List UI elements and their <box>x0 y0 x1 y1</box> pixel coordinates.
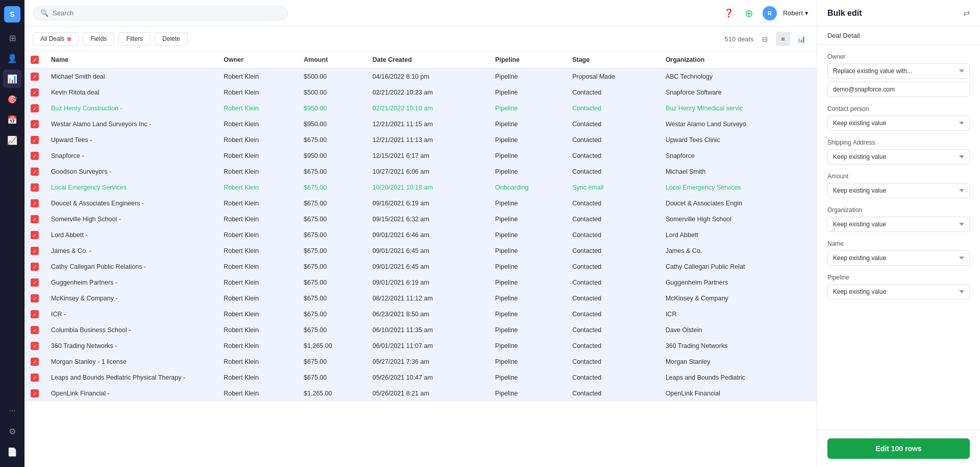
row-checkbox[interactable] <box>31 263 39 271</box>
bulk-edit-footer: Edit 100 rows <box>817 430 980 467</box>
cell-amount: $1,265.00 <box>298 338 366 354</box>
field-select-owner[interactable]: Replace existing value with... <box>827 63 970 79</box>
cell-pipeline: Pipeline <box>489 386 566 402</box>
cell-date: 05/26/2021 8:21 am <box>366 386 489 402</box>
sidebar-item-more[interactable]: ··· <box>3 402 21 420</box>
cell-name: Somerville High School - <box>45 212 217 227</box>
field-select-amount[interactable]: Keep existing value <box>827 183 970 198</box>
sidebar-item-contacts[interactable]: 👤 <box>3 49 21 67</box>
cell-name: Westar Alamo Land Surveyors Inc - <box>45 116 217 132</box>
user-name-button[interactable]: Robert ▾ <box>783 9 808 17</box>
cell-owner: Robert Klein <box>217 275 298 291</box>
sidebar-item-target[interactable]: 🎯 <box>3 90 21 108</box>
bulk-edit-toggle-icon[interactable]: ⇄ <box>963 8 970 18</box>
delete-button[interactable]: Delete <box>155 32 188 45</box>
row-checkbox[interactable] <box>31 88 39 97</box>
row-checkbox[interactable] <box>31 294 39 302</box>
table-row: Cathy Callegari Public Relations -Robert… <box>24 259 817 275</box>
cell-owner: Robert Klein <box>217 68 298 85</box>
col-header-date: Date Created <box>366 52 489 68</box>
cell-owner: Robert Klein <box>217 85 298 101</box>
deal-detail-tab[interactable]: Deal Detail <box>817 27 980 45</box>
cell-amount: $500.00 <box>298 85 366 101</box>
select-all-checkbox[interactable] <box>31 56 39 64</box>
cell-stage: Contacted <box>566 85 659 101</box>
field-select-shipping_address[interactable]: Keep existing value <box>827 149 970 165</box>
row-checkbox[interactable] <box>31 215 39 223</box>
cell-date: 10/20/2021 10:18 am <box>366 180 489 196</box>
cell-name: Michael Smith deal <box>45 68 217 85</box>
sidebar-item-settings[interactable]: ⚙ <box>3 422 21 440</box>
cell-organization: Dave Olstein <box>659 322 817 338</box>
cell-stage: Contacted <box>566 370 659 386</box>
row-checkbox[interactable] <box>31 358 39 366</box>
filters-button[interactable]: Filters <box>118 32 151 45</box>
field-select-name[interactable]: Keep existing value <box>827 250 970 266</box>
cell-amount: $675.00 <box>298 307 366 322</box>
cell-stage: Proposal Made <box>566 68 659 85</box>
sidebar-item-docs[interactable]: 📄 <box>3 442 21 461</box>
cell-organization: Somerville High School <box>659 212 817 227</box>
cell-organization: Local Emergency Services <box>659 180 817 196</box>
row-checkbox[interactable] <box>31 278 39 287</box>
cell-date: 09/15/2021 6:32 am <box>366 212 489 227</box>
field-select-contact_person[interactable]: Keep existing value <box>827 115 970 131</box>
cell-stage: Contacted <box>566 354 659 370</box>
cell-stage: Contacted <box>566 227 659 243</box>
table-row: Kevin Ritota dealRobert Klein$500.0002/2… <box>24 85 817 101</box>
cell-date: 09/01/2021 6:46 am <box>366 227 489 243</box>
row-checkbox[interactable] <box>31 152 39 160</box>
cell-name: Local Emergency Services <box>45 180 217 196</box>
col-header-name: Name <box>45 52 217 68</box>
cell-date: 05/27/2021 7:36 am <box>366 354 489 370</box>
cell-stage: Contacted <box>566 116 659 132</box>
row-checkbox[interactable] <box>31 373 39 382</box>
cell-amount: $675.00 <box>298 370 366 386</box>
chart-view-icon[interactable]: 📊 <box>794 32 808 46</box>
field-label-organization: Organization <box>827 206 970 214</box>
row-checkbox[interactable] <box>31 199 39 207</box>
field-select-pipeline[interactable]: Keep existing value <box>827 284 970 299</box>
sidebar-item-calendar[interactable]: 📅 <box>3 110 21 129</box>
row-checkbox[interactable] <box>31 120 39 128</box>
cell-pipeline: Pipeline <box>489 322 566 338</box>
add-icon[interactable]: ⊕ <box>742 6 756 20</box>
cell-stage: Contacted <box>566 307 659 322</box>
row-checkbox[interactable] <box>31 231 39 239</box>
help-icon[interactable]: ❓ <box>722 6 736 20</box>
row-checkbox[interactable] <box>31 183 39 192</box>
row-checkbox[interactable] <box>31 73 39 81</box>
fields-button[interactable]: Fields <box>83 32 114 45</box>
edit-rows-button[interactable]: Edit 100 rows <box>827 438 970 459</box>
cell-amount: $675.00 <box>298 243 366 259</box>
sidebar-item-home[interactable]: ⊞ <box>3 29 21 47</box>
row-checkbox[interactable] <box>31 168 39 176</box>
search-container: 🔍 <box>33 6 288 20</box>
sort-icon[interactable]: ⊟ <box>757 32 772 46</box>
cell-date: 08/12/2021 11:12 am <box>366 291 489 307</box>
col-header-owner: Owner <box>217 52 298 68</box>
row-checkbox[interactable] <box>31 104 39 112</box>
cell-owner: Robert Klein <box>217 148 298 164</box>
row-checkbox[interactable] <box>31 310 39 318</box>
cell-pipeline: Pipeline <box>489 148 566 164</box>
row-checkbox[interactable] <box>31 342 39 350</box>
app-logo[interactable]: S <box>4 6 20 22</box>
row-checkbox[interactable] <box>31 326 39 334</box>
row-checkbox[interactable] <box>31 247 39 255</box>
field-group-owner: OwnerReplace existing value with... <box>827 53 970 97</box>
list-view-icon[interactable]: ≡ <box>776 32 790 46</box>
search-input[interactable] <box>53 9 280 17</box>
cell-amount: $1,265.00 <box>298 386 366 402</box>
row-checkbox[interactable] <box>31 136 39 144</box>
field-select-organization[interactable]: Keep existing value <box>827 217 970 232</box>
table-row: Morgan Stanley - 1 licenseRobert Klein$6… <box>24 354 817 370</box>
all-deals-button[interactable]: All Deals <box>33 32 79 45</box>
sidebar-item-chart[interactable]: 📈 <box>3 131 21 149</box>
cell-date: 09/01/2021 6:45 am <box>366 259 489 275</box>
sidebar-item-analytics[interactable]: 📊 <box>3 69 21 88</box>
select-all-header[interactable] <box>24 52 45 68</box>
row-checkbox[interactable] <box>31 389 39 398</box>
field-input-owner[interactable] <box>827 82 970 97</box>
cell-organization: James & Co. <box>659 243 817 259</box>
